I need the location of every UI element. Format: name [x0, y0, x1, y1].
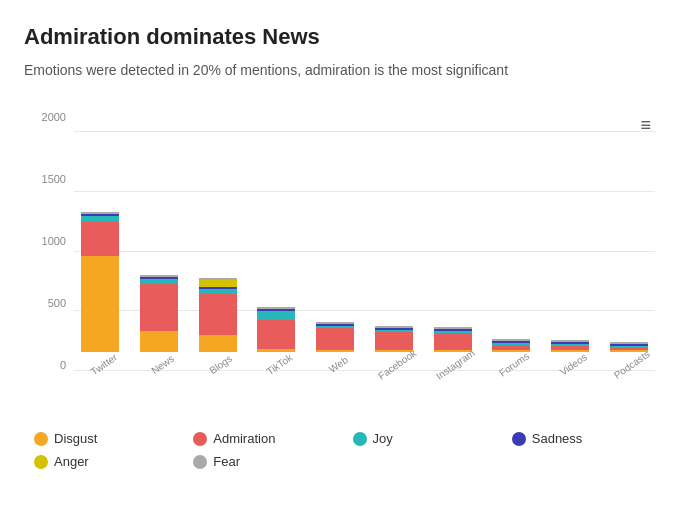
bar-group-blogs: Blogs — [191, 278, 244, 371]
bar-segment-disgust — [257, 349, 295, 352]
y-label-2000: 2000 — [42, 111, 66, 123]
legend-label-joy: Joy — [373, 431, 393, 446]
bar-group-forums: Forums — [485, 339, 538, 371]
legend-item-admiration: Admiration — [193, 431, 336, 446]
y-label-1000: 1000 — [42, 235, 66, 247]
bar-segment-disgust — [81, 256, 119, 352]
x-label-news: News — [149, 353, 176, 376]
legend-dot-joy — [353, 432, 367, 446]
legend-dot-sadness — [512, 432, 526, 446]
x-label-web: Web — [327, 354, 350, 375]
legend-dot-fear — [193, 455, 207, 469]
bar-segment-admiration — [81, 222, 119, 256]
bar-segment-admiration — [257, 320, 295, 349]
bar-segment-anger — [199, 280, 237, 287]
x-label-instagram: Instagram — [434, 347, 477, 382]
legend-dot-disgust — [34, 432, 48, 446]
x-label-podcasts: Podcasts — [612, 348, 652, 381]
x-label-twitter: Twitter — [88, 352, 118, 378]
x-label-blogs: Blogs — [208, 353, 235, 376]
bars-wrapper: TwitterNewsBlogsTikTokWebFacebookInstagr… — [74, 131, 655, 371]
chart-title: Admiration dominates News — [24, 24, 655, 50]
bar-group-news: News — [133, 275, 186, 371]
bar-group-instagram: Instagram — [426, 327, 479, 371]
bar-group-videos: Videos — [544, 340, 597, 371]
chart-subtitle: Emotions were detected in 20% of mention… — [24, 60, 544, 81]
bar-segment-admiration — [316, 328, 354, 350]
bar-segment-admiration — [199, 294, 237, 335]
bar-segment-disgust — [316, 350, 354, 352]
bar-group-podcasts: Podcasts — [602, 342, 655, 371]
bar-group-facebook: Facebook — [368, 326, 421, 371]
legend-item-disgust: Disgust — [34, 431, 177, 446]
legend-label-anger: Anger — [54, 454, 89, 469]
y-label-500: 500 — [48, 297, 66, 309]
legend-dot-anger — [34, 455, 48, 469]
x-label-tiktok: TikTok — [265, 352, 295, 377]
bar-group-twitter: Twitter — [74, 212, 127, 371]
legend-label-sadness: Sadness — [532, 431, 583, 446]
y-label-1500: 1500 — [42, 173, 66, 185]
bar-segment-admiration — [375, 332, 413, 350]
legend-label-disgust: Disgust — [54, 431, 97, 446]
bar-segment-joy — [257, 311, 295, 320]
legend-item-anger: Anger — [34, 454, 177, 469]
x-label-facebook: Facebook — [376, 347, 418, 381]
legend-item-fear: Fear — [193, 454, 336, 469]
legend-item-joy: Joy — [353, 431, 496, 446]
bar-segment-admiration — [140, 284, 178, 331]
x-label-videos: Videos — [558, 351, 589, 377]
legend-label-admiration: Admiration — [213, 431, 275, 446]
legend: DisgustAdmirationJoySadnessAngerFear — [24, 431, 655, 469]
y-label-0: 0 — [60, 359, 66, 371]
y-axis: 2000 1500 1000 500 0 — [24, 111, 72, 371]
legend-label-fear: Fear — [213, 454, 240, 469]
bar-segment-admiration — [434, 333, 472, 350]
legend-dot-admiration — [193, 432, 207, 446]
bar-group-web: Web — [309, 322, 362, 371]
x-label-forums: Forums — [497, 350, 531, 378]
chart-container: ≡ 2000 1500 1000 500 0 TwitterNewsBlogsT… — [24, 111, 655, 411]
legend-item-sadness: Sadness — [512, 431, 655, 446]
bar-segment-disgust — [140, 331, 178, 352]
bar-group-tiktok: TikTok — [250, 307, 303, 371]
bar-segment-disgust — [199, 335, 237, 352]
